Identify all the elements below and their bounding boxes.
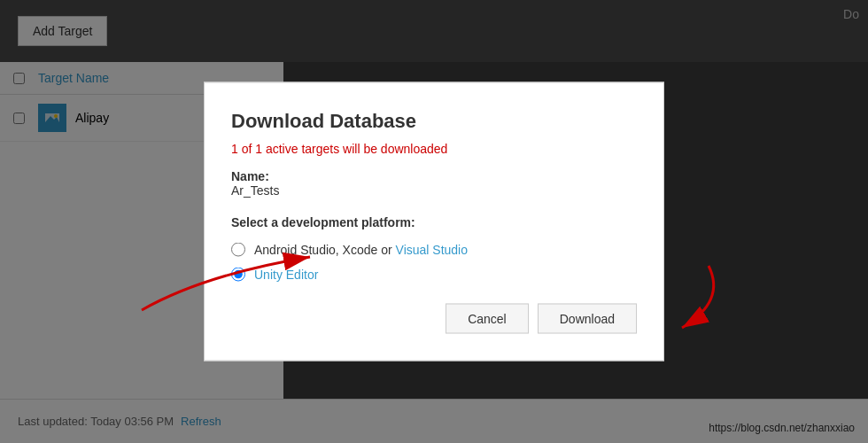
download-dialog: Download Database 1 of 1 active targets …	[204, 82, 664, 361]
radio-android-label: Android Studio, Xcode or Visual Studio	[254, 243, 468, 257]
download-button[interactable]: Download	[538, 304, 637, 334]
name-value: Ar_Tests	[231, 183, 637, 198]
modal-title: Download Database	[231, 110, 637, 133]
unity-editor-text: Unity Editor	[254, 268, 318, 282]
cancel-button[interactable]: Cancel	[446, 304, 529, 334]
visual-studio-link: Visual Studio	[396, 243, 468, 257]
radio-option-unity[interactable]: Unity Editor	[231, 268, 637, 282]
modal-subtitle: 1 of 1 active targets will be downloaded	[231, 142, 637, 156]
radio-option-android[interactable]: Android Studio, Xcode or Visual Studio	[231, 243, 637, 257]
name-label: Name:	[231, 169, 637, 183]
radio-unity-label: Unity Editor	[254, 268, 318, 282]
android-text: Android Studio, Xcode or Visual Studio	[254, 243, 468, 257]
radio-android[interactable]	[231, 243, 245, 257]
platform-label: Select a development platform:	[231, 215, 637, 229]
radio-unity[interactable]	[231, 268, 245, 282]
modal-buttons: Cancel Download	[231, 304, 637, 334]
